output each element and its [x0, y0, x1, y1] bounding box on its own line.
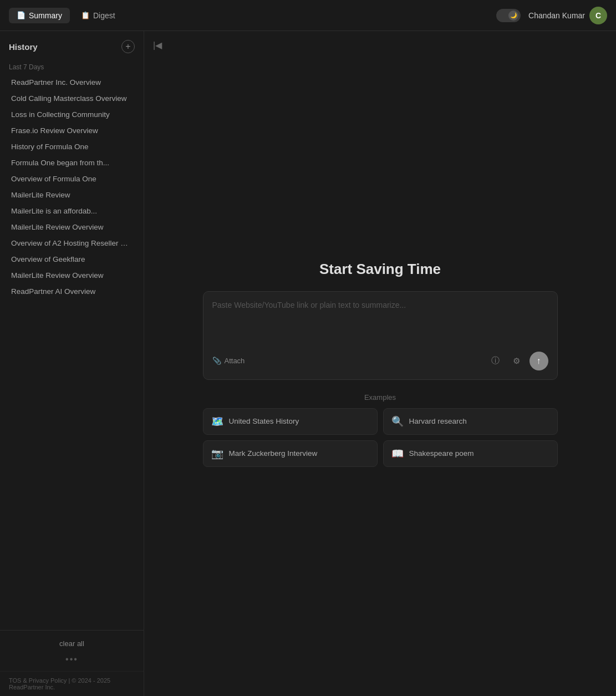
list-item[interactable]: Overview of Geekflare: [2, 251, 141, 267]
digest-tab[interactable]: 📋 Digest: [73, 8, 123, 23]
list-item[interactable]: Overview of Formula One: [2, 171, 141, 187]
summary-tab[interactable]: 📄 Summary: [9, 8, 70, 23]
list-item[interactable]: Loss in Collecting Community: [2, 106, 141, 123]
send-icon: ↑: [537, 356, 541, 366]
topbar-right: 🌙 Chandan Kumar C: [496, 7, 607, 24]
list-item[interactable]: MailerLite Review: [2, 187, 141, 203]
digest-tab-label: Digest: [93, 11, 115, 20]
attach-label: Attach: [225, 357, 245, 365]
main-inner: Start Saving Time 📎 Attach ⓘ ⚙: [203, 261, 558, 467]
digest-icon: 📋: [81, 11, 90, 19]
example-card[interactable]: 🗺️United States History: [203, 408, 378, 435]
collapse-icon: |◀: [153, 40, 162, 50]
main-layout: History + Last 7 Days ReadPartner Inc. O…: [0, 31, 616, 696]
sidebar-header: History +: [0, 31, 144, 58]
example-label: Mark Zuckerberg Interview: [229, 449, 318, 458]
list-item[interactable]: ReadPartner AI Overview: [2, 283, 141, 299]
list-item[interactable]: Cold Calling Masterclass Overview: [2, 90, 141, 106]
sidebar-title: History: [9, 42, 38, 52]
input-actions-bar: 📎 Attach ⓘ ⚙ ↑: [212, 352, 548, 370]
tab-group: 📄 Summary 📋 Digest: [9, 8, 123, 23]
example-label: Shakespeare poem: [409, 449, 474, 458]
example-label: Harvard research: [409, 417, 467, 425]
list-item[interactable]: MailerLite Review Overview: [2, 219, 141, 235]
example-card[interactable]: 📖Shakespeare poem: [383, 440, 558, 467]
sidebar-section-label: Last 7 Days: [0, 58, 144, 74]
avatar: C: [589, 7, 607, 24]
examples-label: Examples: [203, 393, 558, 402]
list-item[interactable]: MailerLite is an affordab...: [2, 203, 141, 219]
list-item[interactable]: ReadPartner Inc. Overview: [2, 74, 141, 90]
example-label: United States History: [229, 417, 299, 425]
list-item[interactable]: Formula One began from th...: [2, 155, 141, 171]
example-card[interactable]: 📷Mark Zuckerberg Interview: [203, 440, 378, 467]
collapse-sidebar-button[interactable]: |◀: [153, 40, 162, 50]
topbar: 📄 Summary 📋 Digest 🌙 Chandan Kumar C: [0, 0, 616, 31]
clear-all-button[interactable]: clear all: [55, 637, 89, 650]
summary-icon: 📄: [17, 11, 26, 19]
example-icon: 📷: [211, 448, 223, 460]
example-icon: 🔍: [391, 415, 404, 428]
examples-grid: 🗺️United States History🔍Harvard research…: [203, 408, 558, 467]
footer-text: TOS & Privacy Policy | © 2024 - 2025 Rea…: [0, 671, 144, 696]
more-options-dots[interactable]: •••: [65, 654, 78, 664]
list-item[interactable]: MailerLite Review Overview: [2, 267, 141, 283]
summarize-input[interactable]: [212, 301, 548, 345]
add-history-button[interactable]: +: [121, 40, 135, 53]
info-button[interactable]: ⓘ: [487, 353, 504, 369]
send-button[interactable]: ↑: [530, 352, 548, 370]
page-title: Start Saving Time: [319, 261, 441, 278]
input-right-actions: ⓘ ⚙ ↑: [487, 352, 548, 370]
attach-button[interactable]: 📎 Attach: [212, 357, 245, 365]
info-icon: ⓘ: [491, 355, 500, 366]
example-icon: 🗺️: [211, 415, 223, 428]
list-item[interactable]: History of Formula One: [2, 139, 141, 155]
user-info[interactable]: Chandan Kumar C: [528, 7, 607, 24]
summary-tab-label: Summary: [29, 11, 62, 20]
main-content: |◀ Start Saving Time 📎 Attach ⓘ: [144, 31, 616, 696]
example-icon: 📖: [391, 448, 404, 460]
sidebar-footer: clear all •••: [0, 630, 144, 671]
input-box: 📎 Attach ⓘ ⚙ ↑: [203, 291, 558, 380]
attach-icon: 📎: [212, 357, 221, 365]
list-item[interactable]: Overview of A2 Hosting Reseller Plans: [2, 235, 141, 251]
gear-icon: ⚙: [513, 356, 520, 366]
list-item[interactable]: Frase.io Review Overview: [2, 123, 141, 139]
toggle-knob: 🌙: [508, 11, 518, 21]
sidebar-items-list: ReadPartner Inc. OverviewCold Calling Ma…: [0, 74, 144, 630]
example-card[interactable]: 🔍Harvard research: [383, 408, 558, 435]
dark-mode-toggle[interactable]: 🌙: [496, 9, 521, 22]
sidebar: History + Last 7 Days ReadPartner Inc. O…: [0, 31, 144, 696]
settings-button[interactable]: ⚙: [508, 353, 525, 369]
examples-section: Examples 🗺️United States History🔍Harvard…: [203, 393, 558, 467]
user-name: Chandan Kumar: [528, 11, 585, 20]
